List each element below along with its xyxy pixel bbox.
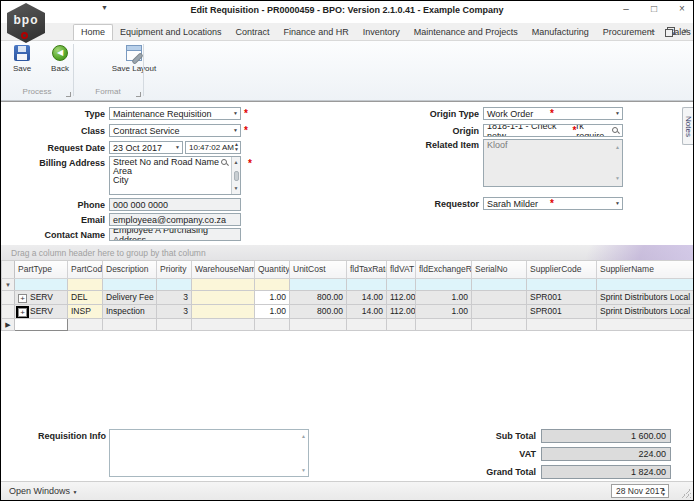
- col-description[interactable]: Description: [103, 261, 157, 278]
- new-row-edit-cell[interactable]: [15, 318, 68, 330]
- title-bar: bpo ▼ Edit Requisition - PR0000459 - BPO…: [1, 1, 693, 23]
- save-layout-button[interactable]: Save Layout: [111, 41, 157, 87]
- grid-new-row[interactable]: ▶: [2, 318, 694, 330]
- required-marker: *: [244, 108, 248, 119]
- col-unitcost[interactable]: UnitCost: [290, 261, 347, 278]
- origin-label: Origin: [405, 126, 483, 136]
- open-windows-button[interactable]: Open Windows ▼: [9, 486, 78, 496]
- status-date-picker[interactable]: 28 Nov 2017 ▲▼: [611, 484, 669, 498]
- col-fldvat[interactable]: fldVAT: [387, 261, 416, 278]
- chevron-down-icon: ▼: [175, 144, 180, 150]
- mdi-minimize-button[interactable]: –: [650, 26, 655, 36]
- ribbon-group-process: Process: [1, 87, 73, 100]
- process-dialog-launcher-icon[interactable]: [66, 92, 71, 97]
- phone-field[interactable]: 000 000 0000: [109, 198, 241, 211]
- expand-row-icon-focused[interactable]: +: [18, 308, 27, 317]
- contact-name-label: Contact Name: [9, 230, 109, 240]
- chevron-down-icon: ▼: [615, 200, 620, 206]
- lines-grid: Drag a column header here to group by th…: [1, 245, 693, 331]
- scroll-down-icon: ▼: [234, 184, 239, 193]
- col-quantity[interactable]: Quantity: [255, 261, 290, 278]
- chevron-down-icon: ▼: [615, 110, 620, 116]
- group-by-bar[interactable]: Drag a column header here to group by th…: [1, 245, 693, 261]
- status-bar: Open Windows ▼ 28 Nov 2017 ▲▼: [1, 481, 693, 500]
- type-label: Type: [9, 109, 109, 119]
- ribbon: Save ◀ Back Save Layout Process Format: [1, 41, 693, 101]
- back-arrow-icon: ◀: [52, 45, 68, 61]
- minimize-button[interactable]: –: [619, 3, 633, 14]
- tab-finance-and-hr[interactable]: Finance and HR: [277, 25, 356, 40]
- col-suppliercode[interactable]: SupplierCode: [527, 261, 597, 278]
- col-fldtaxrate[interactable]: fldTaxRate: [347, 261, 387, 278]
- scroll-up-icon: ▲: [234, 158, 239, 167]
- back-button[interactable]: ◀ Back: [43, 41, 77, 87]
- form-area: Type Maintenance Requisition ▼ * Class C…: [1, 101, 693, 481]
- chevron-down-icon: ▼: [233, 127, 238, 133]
- request-date-label: Request Date: [9, 143, 109, 153]
- chevron-down-icon: ▼: [73, 489, 78, 495]
- required-marker: *: [248, 158, 252, 169]
- requisition-info-field[interactable]: ▲ ▼: [109, 429, 309, 477]
- scroll-up-icon: ▲: [301, 433, 306, 439]
- request-date-picker[interactable]: 23 Oct 2017 ▼: [109, 141, 183, 154]
- mdi-restore-icon[interactable]: [665, 27, 673, 35]
- origin-field[interactable]: 1818-1-1 - Check netw*rk require...: [483, 124, 623, 137]
- col-serialno[interactable]: SerialNo: [472, 261, 527, 278]
- requestor-label: Requestor: [405, 199, 483, 209]
- logo-text: bpo: [14, 13, 39, 27]
- vat-label: VAT: [441, 449, 541, 459]
- format-dialog-launcher-icon[interactable]: [136, 92, 141, 97]
- mdi-close-button[interactable]: ×: [683, 26, 688, 36]
- col-warehousename[interactable]: WarehouseName: [192, 261, 255, 278]
- resize-grip[interactable]: [681, 488, 691, 498]
- grid-row-delivery-fee[interactable]: +SERV DEL Delivery Fee 3 1.00 800.00 14.…: [2, 290, 694, 304]
- col-partcode[interactable]: PartCode: [68, 261, 103, 278]
- type-combobox[interactable]: Maintenance Requisition ▼: [109, 107, 241, 120]
- search-icon[interactable]: [221, 159, 229, 167]
- grand-total-label: Grand Total: [441, 467, 541, 477]
- requestor-combobox[interactable]: Sarah Milder * ▼: [483, 197, 623, 210]
- email-field[interactable]: employeea@company.co.za: [109, 213, 241, 226]
- col-fldexchangerate[interactable]: fldExchangeRate: [416, 261, 472, 278]
- grand-total-field: 1 824.00: [541, 465, 671, 479]
- col-parttype[interactable]: PartType: [15, 261, 68, 278]
- phone-label: Phone: [9, 200, 109, 210]
- save-button[interactable]: Save: [5, 41, 39, 87]
- class-label: Class: [9, 126, 109, 136]
- tab-home[interactable]: Home: [73, 24, 113, 40]
- notes-side-tab[interactable]: Notes: [682, 107, 693, 145]
- email-label: Email: [9, 215, 109, 225]
- scroll-down-icon: ▼: [301, 467, 306, 473]
- grid-row-inspection[interactable]: +SERV INSP Inspection 3 1.00 800.00 14.0…: [2, 304, 694, 318]
- time-spinner-icons[interactable]: ▲▼: [234, 142, 239, 152]
- close-button[interactable]: ×: [675, 3, 689, 14]
- tab-manufacturing[interactable]: Manufacturing: [525, 25, 596, 40]
- app-window: bpo ▼ Edit Requisition - PR0000459 - BPO…: [0, 0, 694, 501]
- save-layout-icon: [126, 45, 142, 61]
- billing-scrollbar[interactable]: ▲ ▼: [231, 157, 240, 194]
- search-icon[interactable]: [612, 127, 620, 135]
- vat-field: 224.00: [541, 447, 671, 461]
- grid-filter-row[interactable]: ▼: [2, 278, 694, 290]
- contact-name-field[interactable]: Employee A Purchasing Address: [109, 228, 241, 241]
- tab-equipment-and-locations[interactable]: Equipment and Locations: [113, 25, 229, 40]
- request-time-spinner[interactable]: 10:47:02 AM ▲▼: [185, 141, 241, 154]
- billing-address-field[interactable]: Street No and Road Name Area City ▲ ▼: [109, 156, 241, 195]
- grid-header-row: PartType PartCode Description Priority W…: [2, 261, 694, 278]
- col-priority[interactable]: Priority: [157, 261, 192, 278]
- maximize-button[interactable]: □: [647, 3, 661, 14]
- scroll-up-icon: ▲: [615, 143, 620, 152]
- col-suppliername[interactable]: SupplierName: [597, 261, 694, 278]
- window-title: Edit Requisition - PR0000459 - BPO: Vers…: [1, 5, 693, 15]
- date-spinner-icons[interactable]: ▲▼: [661, 487, 666, 497]
- tab-contract[interactable]: Contract: [229, 25, 277, 40]
- tab-maintenance-and-projects[interactable]: Maintenance and Projects: [407, 25, 525, 40]
- row-indicator-header: [2, 261, 15, 278]
- tab-inventory[interactable]: Inventory: [356, 25, 407, 40]
- billing-address-label: Billing Address: [9, 158, 109, 168]
- origin-type-combobox[interactable]: Work Order * ▼: [483, 107, 623, 120]
- expand-row-icon[interactable]: +: [18, 294, 27, 303]
- class-combobox[interactable]: Contract Service ▼: [109, 124, 241, 137]
- scroll-down-icon: ▼: [615, 174, 620, 183]
- required-marker: *: [550, 108, 554, 119]
